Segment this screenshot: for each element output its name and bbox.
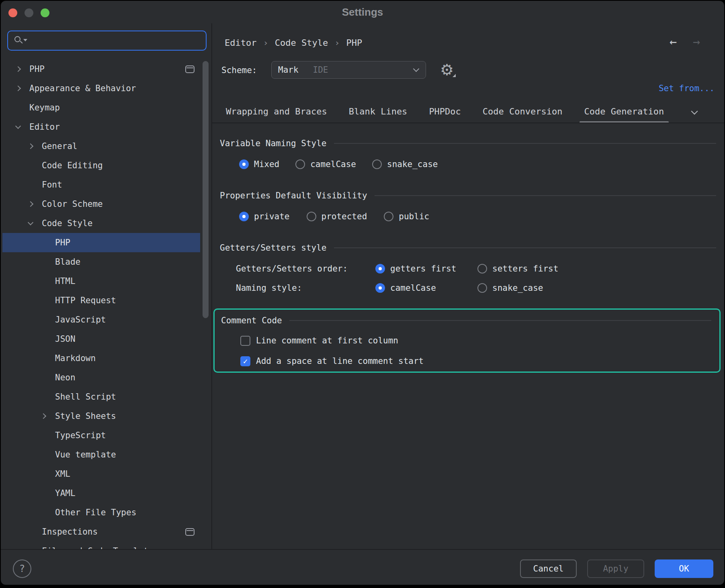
radio-unselected-icon[interactable] bbox=[372, 159, 382, 169]
set-from-link[interactable]: Set from... bbox=[659, 82, 715, 94]
tree-item-php[interactable]: PHP bbox=[1, 233, 211, 252]
tree-item-label: Markdown bbox=[55, 349, 96, 368]
tree-item-vue-template[interactable]: Vue template bbox=[1, 445, 211, 464]
help-button[interactable]: ? bbox=[13, 559, 31, 578]
radio-selected-icon[interactable] bbox=[239, 212, 249, 221]
navigate-forward-button[interactable]: → bbox=[693, 34, 700, 50]
chevron-right-icon[interactable] bbox=[28, 143, 33, 149]
section-comment-code-title: Comment Code bbox=[221, 314, 711, 327]
ok-button[interactable]: OK bbox=[655, 559, 713, 578]
checkbox-option-add-a-space-at-line-comment-start[interactable]: Add a space at line comment start bbox=[240, 355, 424, 367]
tab-wrapping-and-braces[interactable]: Wrapping and Braces bbox=[226, 102, 327, 123]
radio-selected-icon[interactable] bbox=[375, 264, 385, 274]
chevron-down-icon[interactable] bbox=[15, 123, 21, 129]
tab-code-conversion[interactable]: Code Conversion bbox=[483, 102, 563, 123]
checkbox-label: Line comment at first column bbox=[256, 336, 398, 345]
radio-option-snake-case[interactable]: snake_case bbox=[372, 159, 438, 169]
breadcrumb-item-editor[interactable]: Editor bbox=[225, 38, 256, 48]
radio-option-camelcase[interactable]: camelCase bbox=[375, 283, 477, 293]
scheme-settings-gear-button[interactable]: ⚙ bbox=[437, 60, 457, 80]
gear-icon: ⚙ bbox=[440, 61, 454, 79]
radio-option-snake-case[interactable]: snake_case bbox=[477, 283, 543, 293]
radio-unselected-icon[interactable] bbox=[307, 212, 316, 221]
tree-item-markdown[interactable]: Markdown bbox=[1, 349, 211, 368]
tree-item-style-sheets[interactable]: Style Sheets bbox=[1, 406, 211, 426]
checkbox-option-line-comment-at-first-column[interactable]: Line comment at first column bbox=[240, 335, 398, 346]
radio-label: getters first bbox=[390, 264, 456, 274]
tree-item-json[interactable]: JSON bbox=[1, 329, 211, 349]
radio-unselected-icon[interactable] bbox=[477, 264, 487, 274]
radio-label: Mixed bbox=[254, 159, 279, 169]
scheme-value: Mark bbox=[278, 65, 299, 75]
radio-selected-icon[interactable] bbox=[375, 283, 385, 293]
tree-item-inspections[interactable]: Inspections bbox=[1, 522, 211, 541]
checkbox-label: Add a space at line comment start bbox=[256, 356, 424, 366]
tree-item-javascript[interactable]: JavaScript bbox=[1, 310, 211, 329]
chevron-right-icon[interactable] bbox=[15, 66, 21, 72]
scheme-value-suffix: IDE bbox=[313, 65, 328, 75]
tree-item-shell-script[interactable]: Shell Script bbox=[1, 387, 211, 406]
checkbox-unchecked-icon[interactable] bbox=[240, 336, 250, 346]
breadcrumb-separator: › bbox=[328, 38, 346, 48]
radio-unselected-icon[interactable] bbox=[384, 212, 393, 221]
tab-blank-lines[interactable]: Blank Lines bbox=[349, 102, 408, 123]
tree-item-php[interactable]: PHP bbox=[1, 59, 211, 79]
tree-item-neon[interactable]: Neon bbox=[1, 368, 211, 387]
tree-item-code-editing[interactable]: Code Editing bbox=[1, 156, 211, 175]
close-window-button[interactable] bbox=[8, 8, 17, 17]
breadcrumb-item-code-style[interactable]: Code Style bbox=[275, 38, 328, 48]
settings-search-input[interactable] bbox=[7, 31, 207, 51]
chevron-right-icon[interactable] bbox=[28, 201, 33, 207]
tab-code-generation[interactable]: Code Generation bbox=[584, 102, 664, 123]
section-getters-setters-title: Getters/Setters style bbox=[220, 242, 716, 254]
tree-item-label: JSON bbox=[55, 329, 76, 349]
tree-item-editor[interactable]: Editor bbox=[1, 117, 211, 137]
tree-item-code-style[interactable]: Code Style bbox=[1, 214, 211, 233]
zoom-window-button[interactable] bbox=[41, 8, 49, 17]
radio-option-public[interactable]: public bbox=[384, 212, 429, 221]
radio-option-camelcase[interactable]: camelCase bbox=[295, 159, 356, 169]
tree-item-yaml[interactable]: YAML bbox=[1, 484, 211, 503]
comment-code-group: Comment Code Line comment at first colum… bbox=[213, 308, 721, 373]
tree-item-keymap[interactable]: Keymap bbox=[1, 98, 211, 117]
tree-item-general[interactable]: General bbox=[1, 137, 211, 156]
tree-item-typescript[interactable]: TypeScript bbox=[1, 426, 211, 445]
tree-item-label: XML bbox=[55, 464, 70, 484]
tree-item-other-file-types[interactable]: Other File Types bbox=[1, 503, 211, 522]
tree-item-font[interactable]: Font bbox=[1, 175, 211, 194]
tab-phpdoc[interactable]: PHPDoc bbox=[429, 102, 461, 123]
chevron-right-icon[interactable] bbox=[41, 413, 46, 419]
apply-button[interactable]: Apply bbox=[587, 559, 644, 578]
radio-selected-icon[interactable] bbox=[239, 159, 249, 169]
tree-item-html[interactable]: HTML bbox=[1, 272, 211, 291]
tree-item-blade[interactable]: Blade bbox=[1, 252, 211, 272]
breadcrumb-item-php[interactable]: PHP bbox=[346, 38, 362, 48]
tree-item-xml[interactable]: XML bbox=[1, 464, 211, 484]
chevron-down-icon[interactable] bbox=[28, 220, 33, 225]
radio-unselected-icon[interactable] bbox=[295, 159, 305, 169]
radio-option-private[interactable]: private bbox=[239, 212, 290, 221]
sidebar-scrollbar[interactable] bbox=[203, 61, 209, 318]
scheme-dropdown[interactable]: Mark IDE bbox=[271, 61, 426, 79]
gear-dropdown-corner-icon bbox=[453, 74, 456, 77]
tabs-overflow-chevron-icon[interactable] bbox=[691, 108, 698, 115]
navigate-back-button[interactable]: ← bbox=[670, 34, 677, 50]
radio-option-mixed[interactable]: Mixed bbox=[239, 159, 279, 169]
tree-item-label: Color Scheme bbox=[42, 194, 103, 214]
radio-unselected-icon[interactable] bbox=[477, 283, 487, 293]
tree-item-color-scheme[interactable]: Color Scheme bbox=[1, 194, 211, 214]
breadcrumb-separator: › bbox=[256, 38, 274, 48]
tree-item-file-and-code-templates[interactable]: File and Code Templates bbox=[1, 541, 211, 550]
chevron-right-icon[interactable] bbox=[15, 86, 21, 91]
tree-item-appearance-behavior[interactable]: Appearance & Behavior bbox=[1, 79, 211, 98]
radio-option-getters-first[interactable]: getters first bbox=[375, 264, 477, 274]
checkbox-checked-icon[interactable] bbox=[240, 356, 250, 366]
scheme-label: Scheme: bbox=[221, 64, 257, 76]
minimize-window-button[interactable] bbox=[25, 8, 33, 17]
radio-option-protected[interactable]: protected bbox=[307, 212, 367, 221]
radio-option-setters-first[interactable]: setters first bbox=[477, 264, 558, 274]
tree-item-http-request[interactable]: HTTP Request bbox=[1, 291, 211, 310]
variable-naming-radio-group: MixedcamelCasesnake_case bbox=[239, 158, 438, 170]
radio-label: snake_case bbox=[492, 283, 543, 293]
cancel-button[interactable]: Cancel bbox=[520, 559, 577, 578]
